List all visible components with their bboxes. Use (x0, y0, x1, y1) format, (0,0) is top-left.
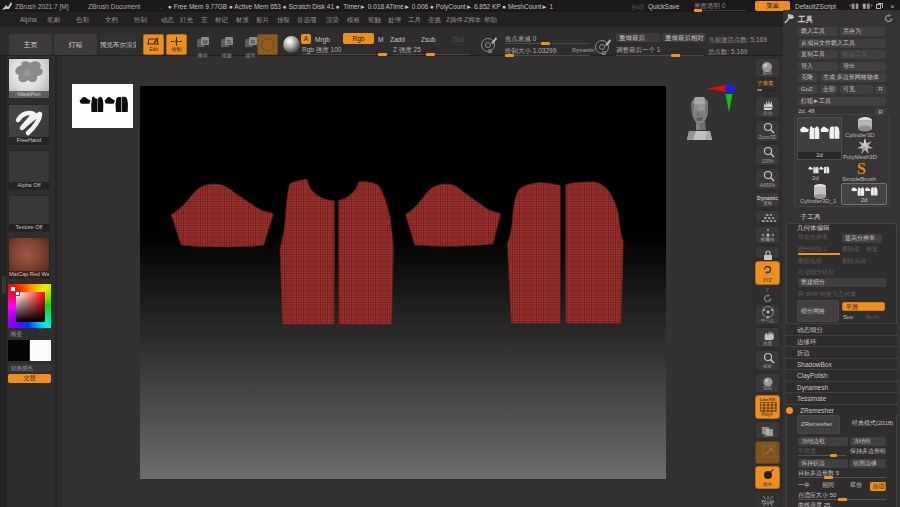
svg-text:M: M (203, 39, 208, 45)
svg-text:D: D (602, 50, 607, 56)
svg-text:S: S (488, 48, 492, 54)
svg-text:R: R (251, 39, 256, 45)
svg-text:S: S (227, 39, 231, 45)
